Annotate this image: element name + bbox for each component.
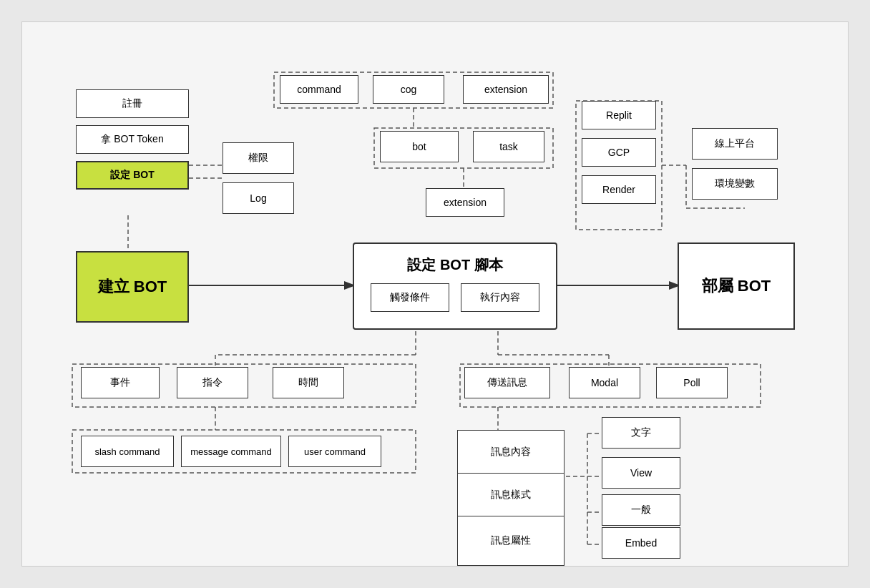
slash-command-box: slash command	[81, 436, 174, 467]
time-box: 時間	[273, 367, 344, 398]
create-bot-box: 建立 BOT	[76, 251, 189, 323]
setup-script-container: 設定 BOT 腳本 觸發條件 執行內容	[353, 242, 557, 330]
online-platform-box: 線上平台	[692, 128, 778, 160]
render-box: Render	[582, 175, 656, 204]
msg-attr-box: 訊息屬性	[458, 516, 564, 565]
diagram-container: 註冊 拿 BOT Token 設定 BOT 權限 Log command cog…	[21, 21, 849, 567]
get-token-box: 拿 BOT Token	[76, 125, 189, 154]
command-box: command	[280, 75, 358, 104]
register-box: 註冊	[76, 89, 189, 118]
replit-box: Replit	[582, 101, 656, 129]
log-box: Log	[223, 182, 294, 214]
view-box: View	[602, 457, 680, 489]
message-group-container: 訊息內容 訊息樣式 訊息屬性	[457, 430, 564, 566]
task-box: task	[473, 131, 544, 162]
execute-box: 執行內容	[461, 283, 539, 312]
deploy-bot-box: 部屬 BOT	[678, 242, 795, 330]
message-command-box: message command	[181, 436, 281, 467]
trigger-box: 觸發條件	[371, 283, 449, 312]
setup-script-title: 設定 BOT 腳本	[354, 244, 556, 283]
command-inst-box: 指令	[177, 367, 248, 398]
setup-bot-box: 設定 BOT	[76, 161, 189, 190]
env-vars-box: 環境變數	[692, 168, 778, 200]
poll-box: Poll	[656, 367, 728, 398]
embed-box: Embed	[602, 527, 680, 559]
send-msg-box: 傳送訊息	[464, 367, 550, 398]
extension-bottom-box: extension	[426, 188, 504, 217]
permissions-box: 權限	[223, 142, 294, 174]
event-box: 事件	[81, 367, 160, 398]
bot-box: bot	[380, 131, 459, 162]
user-command-box: user command	[288, 436, 381, 467]
msg-content-box: 訊息內容	[458, 431, 564, 474]
cog-box: cog	[373, 75, 444, 104]
text-box: 文字	[602, 417, 680, 449]
modal-box: Modal	[569, 367, 640, 398]
msg-style-box: 訊息樣式	[458, 474, 564, 516]
extension-top-box: extension	[463, 75, 549, 104]
general-box: 一般	[602, 494, 680, 526]
gcp-box: GCP	[582, 138, 656, 167]
